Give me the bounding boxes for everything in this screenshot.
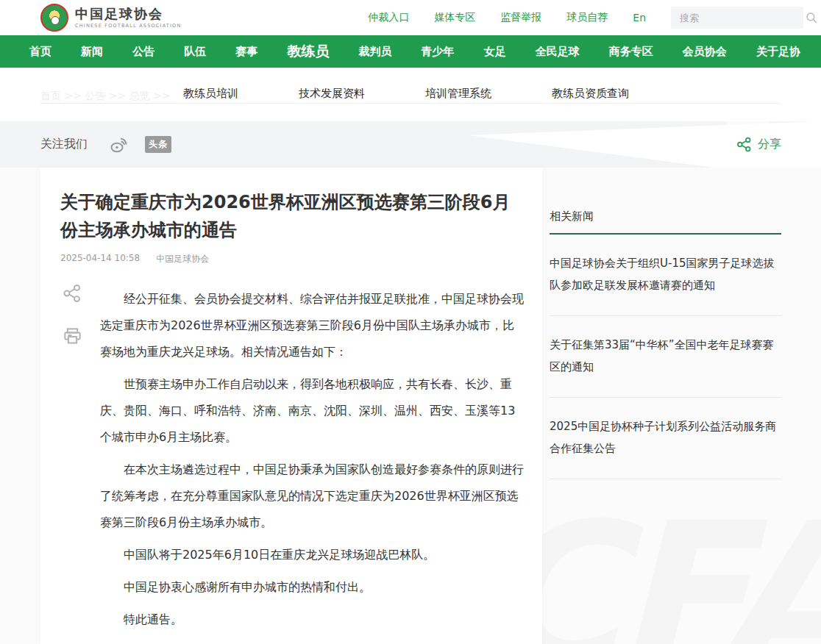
article-title: 关于确定重庆市为2026世界杯亚洲区预选赛第三阶段6月份主场承办城市的通告: [60, 188, 524, 244]
nav-item-business[interactable]: 商务专区: [609, 45, 653, 59]
main-nav: 首页 新闻 公告 队伍 赛事 教练员 裁判员 青少年 女足 全民足球 商务专区 …: [0, 35, 821, 68]
nav-item-youth[interactable]: 青少年: [422, 45, 455, 59]
main-area: CFA 关于确定重庆市为2026世界杯亚洲区预选赛第三阶段6月份主场承办城市的通…: [0, 168, 821, 644]
article-paragraph: 中国足协衷心感谢所有申办城市的热情和付出。: [100, 574, 524, 601]
search-icon[interactable]: [805, 11, 818, 24]
nav-item-news[interactable]: 新闻: [81, 45, 103, 59]
follow-inner: 关注我们 头条: [0, 121, 821, 168]
logo-title: 中国足球协会: [75, 7, 181, 21]
header-link-english[interactable]: En: [633, 12, 646, 24]
follow-bar: 关注我们 头条 分享: [0, 121, 821, 168]
share-button[interactable]: 分享: [736, 121, 781, 168]
article-meta: 2025-04-14 10:58 中国足球协会: [60, 253, 524, 265]
related-news-item[interactable]: 2025中国足协杯种子计划系列公益活动服务商合作征集公告: [550, 398, 781, 479]
nav-item-womens-football[interactable]: 女足: [484, 45, 506, 59]
nav-item-member-associations[interactable]: 会员协会: [683, 45, 727, 59]
header-link-media[interactable]: 媒体专区: [434, 11, 475, 24]
article-share-icon[interactable]: [63, 284, 82, 303]
logo-text: 中国足球协会 CHINESE FOOTBALL ASSOCIATION: [75, 7, 181, 29]
follow-us-label: 关注我们: [40, 137, 88, 152]
article-paragraph: 中国队将于2025年6月10日在重庆龙兴足球场迎战巴林队。: [100, 542, 524, 568]
top-header: 中国足球协会 CHINESE FOOTBALL ASSOCIATION 仲裁入口…: [0, 0, 821, 35]
article-body: 经公开征集、会员协会提交材料、综合评估并报亚足联批准，中国足球协会现选定重庆市为…: [100, 286, 524, 633]
article-paragraph: 经公开征集、会员协会提交材料、综合评估并报亚足联批准，中国足球协会现选定重庆市为…: [100, 286, 524, 365]
article-card: 关于确定重庆市为2026世界杯亚洲区预选赛第三阶段6月份主场承办城市的通告 20…: [40, 168, 542, 644]
related-news-item[interactable]: 关于征集第33届“中华杯”全国中老年足球赛赛区的通知: [550, 316, 781, 398]
nav-item-competitions[interactable]: 赛事: [235, 45, 257, 59]
subnav-item-coach-qualification[interactable]: 教练员资质查询: [552, 87, 629, 101]
toutiao-badge[interactable]: 头条: [145, 136, 171, 153]
article-paragraph: 世预赛主场申办工作自启动以来，得到各地积极响应，共有长春、长沙、重庆、贵阳、海口…: [100, 371, 524, 451]
article-paragraph: 在本次主场遴选过程中，中国足协秉承为国家队创造最好参赛条件的原则进行了统筹考虑，…: [100, 457, 524, 536]
nav-item-teams[interactable]: 队伍: [184, 45, 206, 59]
subnav-item-technical-resources[interactable]: 技术发展资料: [299, 87, 365, 101]
header-link-player-recommend[interactable]: 球员自荐: [566, 11, 608, 24]
breadcrumb: 首页 >> 公告 >> 总览 >>: [40, 90, 171, 103]
cfa-emblem-icon: [40, 4, 68, 32]
subnav-divider: [40, 103, 780, 104]
nav-item-referees[interactable]: 裁判员: [358, 45, 391, 59]
nav-item-grassroots[interactable]: 全民足球: [536, 45, 580, 59]
logo-subtitle: CHINESE FOOTBALL ASSOCIATION: [75, 24, 181, 29]
share-icon: [736, 137, 752, 152]
nav-item-home[interactable]: 首页: [29, 45, 51, 59]
cfa-logo[interactable]: 中国足球协会 CHINESE FOOTBALL ASSOCIATION: [40, 4, 181, 32]
coaches-dropdown: 首页 >> 公告 >> 总览 >> 教练员培训 技术发展资料 培训管理系统 教练…: [0, 68, 821, 121]
subnav-item-coach-training[interactable]: 教练员培训: [183, 87, 238, 101]
article-date: 2025-04-14 10:58: [60, 253, 140, 265]
related-news-title: 相关新闻: [550, 210, 781, 235]
related-news-item[interactable]: 中国足球协会关于组织U-15国家男子足球选拔队参加欧足联发展杯邀请赛的通知: [550, 235, 781, 316]
related-news-sidebar: 相关新闻 中国足球协会关于组织U-15国家男子足球选拔队参加欧足联发展杯邀请赛的…: [550, 210, 781, 479]
search-input[interactable]: [680, 12, 805, 24]
nav-item-coaches[interactable]: 教练员: [287, 42, 329, 61]
share-label: 分享: [758, 137, 781, 152]
article-tool-rail: [63, 284, 82, 346]
nav-item-about[interactable]: 关于足协: [756, 45, 800, 59]
header-link-supervision[interactable]: 监督举报: [500, 11, 541, 24]
subnav-item-training-system[interactable]: 培训管理系统: [425, 87, 491, 101]
header-links: 仲裁入口 媒体专区 监督举报 球员自荐 En: [368, 11, 646, 24]
weibo-icon[interactable]: [110, 136, 129, 154]
search-box[interactable]: [671, 7, 803, 29]
article-paragraph: 特此通告。: [100, 607, 524, 633]
header-link-arbitration[interactable]: 仲裁入口: [368, 11, 409, 24]
article-source: 中国足球协会: [156, 253, 209, 265]
print-icon[interactable]: [63, 326, 82, 346]
subnav-items: 教练员培训 技术发展资料 培训管理系统 教练员资质查询: [183, 87, 629, 101]
nav-item-notices[interactable]: 公告: [132, 45, 154, 59]
